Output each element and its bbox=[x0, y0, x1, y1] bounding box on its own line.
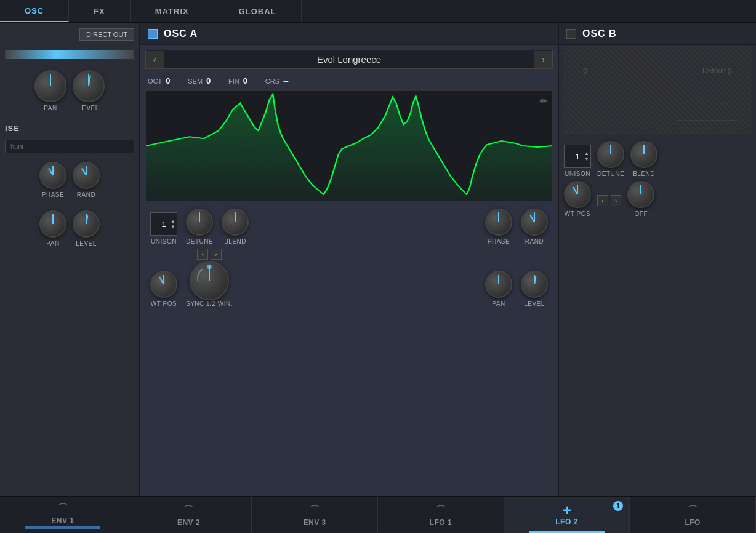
osc-b-waveform: Default 0 0 bbox=[564, 47, 751, 134]
tab-global[interactable]: GLOBAL bbox=[214, 0, 302, 22]
osc-b-ghost-rect bbox=[677, 90, 738, 121]
osc-a-blend-container: BLEND bbox=[222, 209, 249, 245]
bottom-tab-env2[interactable]: ⌒ ENV 2 bbox=[126, 497, 252, 533]
env3-icon: ⌒ bbox=[310, 504, 320, 517]
osc-a-level-knob[interactable] bbox=[521, 271, 548, 298]
crs-label: CRS bbox=[265, 78, 279, 85]
osc-a-phase-container: PHASE bbox=[485, 209, 512, 245]
svg-point-0 bbox=[207, 265, 212, 270]
sem-value[interactable]: 0 bbox=[206, 76, 219, 86]
level-label: LEVEL bbox=[78, 105, 99, 111]
osc-a-phase-knob[interactable] bbox=[485, 209, 512, 236]
unison-up-arrow[interactable]: ▲ bbox=[171, 219, 175, 224]
osc-a-pan-label: PAN bbox=[492, 300, 505, 307]
pan-level-row-2: PAN LEVEL bbox=[5, 210, 134, 247]
osc-a-pan-knob[interactable] bbox=[485, 271, 512, 298]
phase-rand-row: PHASE RAND bbox=[5, 162, 134, 198]
osc-b-val1: 0 bbox=[583, 66, 587, 76]
rand-knob[interactable] bbox=[73, 162, 100, 189]
pan2-knob-container: PAN bbox=[39, 210, 66, 247]
pan-knob[interactable] bbox=[34, 70, 66, 102]
tab-osc[interactable]: OSC bbox=[0, 0, 69, 22]
osc-b-detune-label: DETUNE bbox=[597, 170, 624, 177]
waveform-display[interactable]: ✏ bbox=[145, 90, 553, 201]
osc-a-checkbox[interactable] bbox=[148, 29, 158, 39]
preset-next-button[interactable]: › bbox=[534, 51, 552, 68]
left-panel: DIRECT OUT PAN LEVEL ISE hunt bbox=[0, 23, 140, 496]
osc-a-unison-value: 1 bbox=[161, 220, 166, 229]
search-input[interactable]: hunt bbox=[5, 140, 134, 153]
osc-b-nav-next[interactable]: › bbox=[611, 195, 622, 206]
fin-value[interactable]: 0 bbox=[243, 76, 255, 86]
osc-b-wtpos-container: WT POS bbox=[564, 181, 591, 217]
level-knob-container: LEVEL bbox=[73, 70, 105, 111]
osc-b-detune-container: DETUNE bbox=[597, 141, 624, 177]
tab-fx[interactable]: FX bbox=[69, 0, 131, 22]
osc-b-detune-knob[interactable] bbox=[597, 141, 624, 168]
level-knob[interactable] bbox=[73, 70, 105, 102]
unison-down-arrow[interactable]: ▼ bbox=[171, 225, 175, 230]
lfo-extra-icon: ⌒ bbox=[688, 504, 698, 517]
pan2-knob[interactable] bbox=[39, 210, 66, 238]
lfo2-label: LFO 2 bbox=[555, 518, 578, 526]
osc-b-unison-value: 1 bbox=[575, 152, 579, 161]
osc-a-rand-knob[interactable] bbox=[521, 209, 548, 236]
osc-a-detune-label: DETUNE bbox=[186, 238, 213, 245]
oct-value[interactable]: 0 bbox=[166, 76, 178, 86]
osc-b-nav-prev[interactable]: ‹ bbox=[597, 195, 608, 206]
sync-next-button[interactable]: › bbox=[211, 249, 222, 260]
level2-label: LEVEL bbox=[76, 240, 97, 247]
osc-a-sync-knob[interactable] bbox=[190, 261, 229, 300]
osc-a-blend-knob[interactable] bbox=[222, 209, 249, 236]
osc-b-blend-knob[interactable] bbox=[630, 141, 657, 168]
bottom-tab-lfo2[interactable]: ✛ LFO 2 1 bbox=[504, 497, 630, 533]
env2-label: ENV 2 bbox=[177, 518, 200, 527]
osc-b-off-container: OFF bbox=[627, 181, 654, 217]
osc-a-rand-container: RAND bbox=[521, 209, 548, 245]
osc-b-unison-down[interactable]: ▼ bbox=[584, 157, 589, 162]
oct-param: OCT 0 bbox=[148, 76, 178, 86]
osc-a-sync-area: ‹ › SYNC 1/2 WIN. bbox=[186, 249, 233, 307]
osc-b-wtpos-label: WT POS bbox=[565, 210, 590, 217]
tab-matrix[interactable]: MATRIX bbox=[131, 0, 214, 22]
rand-knob-label: RAND bbox=[77, 191, 95, 198]
bottom-tab-env3[interactable]: ⌒ ENV 3 bbox=[252, 497, 378, 533]
osc-b-off-label: OFF bbox=[635, 210, 648, 217]
crs-value[interactable]: -- bbox=[283, 76, 296, 86]
rand-knob-container: RAND bbox=[73, 162, 100, 198]
osc-a-detune-knob[interactable] bbox=[186, 209, 213, 236]
level2-knob-container: LEVEL bbox=[73, 210, 100, 247]
section-label-ise: ISE bbox=[5, 124, 20, 133]
osc-b-val2: 0 bbox=[728, 66, 732, 76]
osc-a-unison-box[interactable]: 1 ▲ ▼ bbox=[150, 212, 177, 236]
env2-icon: ⌒ bbox=[183, 504, 194, 517]
direct-out-button[interactable]: DIRECT OUT bbox=[79, 28, 134, 41]
osc-b-wtpos-knob[interactable] bbox=[564, 181, 591, 208]
phase-knob[interactable] bbox=[39, 162, 66, 189]
sem-param: SEM 0 bbox=[188, 76, 219, 86]
env1-icon: ⌒ bbox=[58, 502, 68, 515]
slider-bar-top[interactable] bbox=[5, 50, 134, 59]
bottom-tab-lfo1[interactable]: ⌒ LFO 1 bbox=[378, 497, 504, 533]
preset-prev-button[interactable]: ‹ bbox=[146, 51, 164, 68]
osc-a-level-container: LEVEL bbox=[521, 271, 548, 307]
osc-a-detune-container: DETUNE bbox=[186, 209, 213, 245]
osc-b-checkbox[interactable] bbox=[566, 29, 576, 39]
pan-level-row: PAN LEVEL bbox=[5, 70, 134, 111]
level2-knob[interactable] bbox=[73, 210, 100, 238]
osc-a-rand-label: RAND bbox=[525, 238, 544, 245]
edit-waveform-icon[interactable]: ✏ bbox=[540, 96, 547, 106]
bottom-tab-lfo-extra[interactable]: ⌒ LFO bbox=[630, 497, 756, 533]
osc-b-off-knob[interactable] bbox=[627, 181, 654, 208]
osc-b-unison-box[interactable]: 1 ▲ ▼ bbox=[564, 145, 591, 168]
osc-a-blend-label: BLEND bbox=[224, 238, 246, 245]
sync-prev-button[interactable]: ‹ bbox=[197, 249, 208, 260]
osc-a-title: OSC A bbox=[164, 28, 198, 39]
osc-b-unison-up[interactable]: ▲ bbox=[584, 151, 589, 156]
osc-a-pan-container: PAN bbox=[485, 271, 512, 307]
fin-label: FIN bbox=[228, 78, 239, 85]
osc-b-header: OSC B bbox=[559, 23, 756, 45]
bottom-tab-env1[interactable]: ⌒ ENV 1 bbox=[0, 497, 126, 533]
osc-a-wtpos-knob[interactable] bbox=[150, 271, 177, 298]
osc-a-panel: OSC A ‹ Evol Longreece › OCT 0 SEM 0 FIN… bbox=[140, 23, 559, 496]
